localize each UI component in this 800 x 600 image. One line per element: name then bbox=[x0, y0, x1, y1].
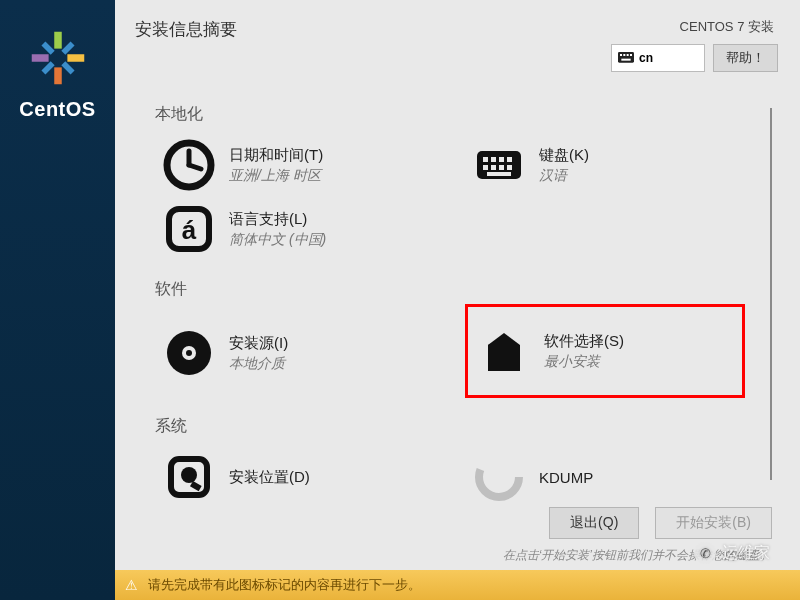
svg-rect-6 bbox=[41, 61, 54, 74]
watermark: ✆ 运维家 bbox=[694, 542, 770, 564]
svg-rect-8 bbox=[618, 52, 634, 63]
svg-rect-2 bbox=[54, 67, 62, 84]
footer-hint: 在点击‘开始安装’按钮前我们并不会操作您的磁盘。 bbox=[115, 547, 778, 564]
svg-point-34 bbox=[181, 467, 197, 483]
warning-icon: ⚠ bbox=[125, 577, 138, 593]
keyboard-layout-code: cn bbox=[639, 51, 653, 65]
keyboard-large-icon bbox=[473, 139, 525, 191]
item-sub: 汉语 bbox=[539, 167, 589, 185]
kdump-icon bbox=[473, 451, 525, 503]
clock-icon bbox=[163, 139, 215, 191]
language-icon: á bbox=[163, 203, 215, 255]
section-localization-title: 本地化 bbox=[155, 104, 778, 125]
section-system-title: 系统 bbox=[155, 416, 778, 437]
item-sub: 本地介质 bbox=[229, 355, 288, 373]
watermark-text: 运维家 bbox=[722, 543, 770, 564]
item-language[interactable]: á 语言支持(L) 简体中文 (中国) bbox=[155, 197, 435, 261]
section-software-title: 软件 bbox=[155, 279, 778, 300]
item-label: 键盘(K) bbox=[539, 146, 589, 165]
svg-rect-7 bbox=[41, 41, 54, 54]
brand-text: CentOS bbox=[19, 98, 95, 121]
item-keyboard[interactable]: 键盘(K) 汉语 bbox=[465, 133, 745, 197]
item-label: 语言支持(L) bbox=[229, 210, 326, 229]
svg-rect-21 bbox=[507, 157, 512, 162]
svg-rect-23 bbox=[491, 165, 496, 170]
svg-rect-3 bbox=[31, 54, 48, 62]
svg-point-31 bbox=[186, 350, 192, 356]
svg-rect-26 bbox=[487, 172, 511, 176]
centos-logo-icon bbox=[28, 28, 88, 92]
item-label: 安装位置(D) bbox=[229, 468, 310, 487]
topbar: 安装信息摘要 CENTOS 7 安装 cn 帮助！ bbox=[115, 0, 800, 78]
svg-rect-4 bbox=[61, 41, 74, 54]
hdd-icon bbox=[163, 451, 215, 503]
item-install-source[interactable]: 安装源(I) 本地介质 bbox=[155, 308, 435, 398]
package-icon bbox=[478, 325, 530, 377]
item-sub: 亚洲/上海 时区 bbox=[229, 167, 323, 185]
svg-rect-0 bbox=[54, 32, 62, 49]
svg-rect-13 bbox=[621, 59, 630, 61]
item-sub: 最小安装 bbox=[544, 353, 624, 371]
item-label: KDUMP bbox=[539, 469, 593, 486]
svg-rect-19 bbox=[491, 157, 496, 162]
scrollbar[interactable] bbox=[770, 108, 772, 480]
warning-bar: ⚠ 请先完成带有此图标标记的内容再进行下一步。 bbox=[115, 570, 800, 600]
begin-install-button[interactable]: 开始安装(B) bbox=[655, 507, 772, 539]
item-software-selection[interactable]: 软件选择(S) 最小安装 bbox=[465, 304, 745, 398]
svg-rect-18 bbox=[483, 157, 488, 162]
svg-rect-5 bbox=[61, 61, 74, 74]
svg-rect-12 bbox=[630, 54, 632, 56]
svg-rect-1 bbox=[67, 54, 84, 62]
wechat-icon: ✆ bbox=[694, 542, 716, 564]
svg-rect-11 bbox=[627, 54, 629, 56]
disc-icon bbox=[163, 327, 215, 379]
svg-text:á: á bbox=[182, 215, 197, 245]
page-subtitle: CENTOS 7 安装 bbox=[680, 18, 774, 36]
page-title: 安装信息摘要 bbox=[135, 18, 237, 41]
item-label: 安装源(I) bbox=[229, 334, 288, 353]
item-datetime[interactable]: 日期和时间(T) 亚洲/上海 时区 bbox=[155, 133, 435, 197]
svg-line-16 bbox=[189, 165, 201, 169]
svg-rect-10 bbox=[623, 54, 625, 56]
keyboard-layout-selector[interactable]: cn bbox=[611, 44, 705, 72]
svg-rect-20 bbox=[499, 157, 504, 162]
help-button[interactable]: 帮助！ bbox=[713, 44, 778, 72]
svg-point-36 bbox=[479, 457, 519, 497]
svg-rect-24 bbox=[499, 165, 504, 170]
item-sub: 简体中文 (中国) bbox=[229, 231, 326, 249]
svg-rect-35 bbox=[190, 481, 202, 491]
quit-button[interactable]: 退出(Q) bbox=[549, 507, 639, 539]
svg-rect-25 bbox=[507, 165, 512, 170]
sidebar: CentOS bbox=[0, 0, 115, 600]
keyboard-icon bbox=[618, 52, 634, 64]
warning-text: 请先完成带有此图标标记的内容再进行下一步。 bbox=[148, 576, 421, 594]
svg-rect-22 bbox=[483, 165, 488, 170]
svg-rect-9 bbox=[620, 54, 622, 56]
item-label: 日期和时间(T) bbox=[229, 146, 323, 165]
item-label: 软件选择(S) bbox=[544, 332, 624, 351]
svg-marker-32 bbox=[488, 337, 504, 371]
